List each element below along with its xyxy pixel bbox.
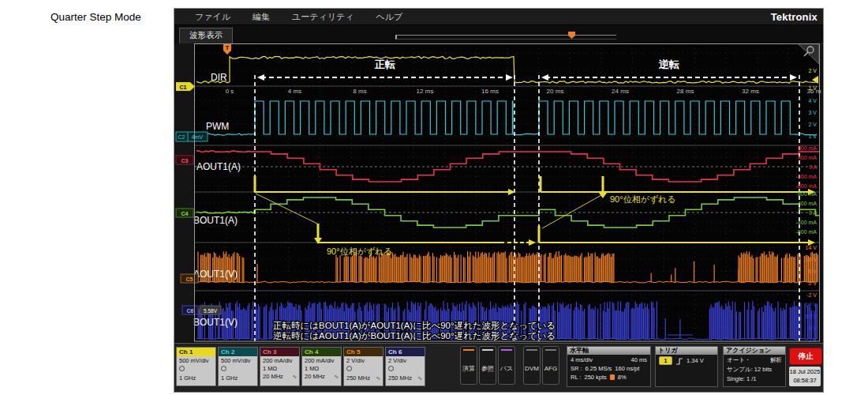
- svg-text:16 ms: 16 ms: [481, 88, 499, 95]
- trigger-level: 1.34 V: [687, 357, 704, 364]
- svg-text:8 ms: 8 ms: [353, 88, 366, 95]
- waveform-display[interactable]: 0 s4 ms8 ms12 ms16 ms20 ms24 ms28 ms32 m…: [174, 43, 821, 342]
- svg-text:DIR: DIR: [211, 72, 227, 83]
- svg-text:5.58V: 5.58V: [204, 308, 218, 314]
- svg-text:14 V: 14 V: [806, 245, 817, 250]
- stop-button[interactable]: 停止: [789, 348, 822, 365]
- ch2-scale: 500 mV/div: [221, 357, 255, 365]
- channel-badge-ch4[interactable]: Ch 4 200 mA/div 1 MΩ 20 MHz∿: [301, 347, 342, 386]
- svg-text:4 ms: 4 ms: [288, 88, 301, 95]
- acq-mode: オート・: [727, 356, 750, 364]
- svg-text:6 V: 6 V: [808, 269, 817, 274]
- svg-text:C2: C2: [178, 134, 185, 140]
- note-text: 正転時にはBOUT1(A)がAOUT1(A)に比べ90°遅れた波形となっている逆…: [273, 321, 556, 340]
- ch3-bandwidth: 20 MHz: [263, 373, 283, 381]
- svg-text:14 V: 14 V: [806, 302, 817, 307]
- svg-text:-800 mA: -800 mA: [796, 183, 817, 189]
- tab-waveform-view[interactable]: 波形表示: [179, 28, 233, 43]
- channel-badge-ch3[interactable]: Ch 3 200 mA/div 1 MΩ 20 MHz∿: [260, 347, 300, 386]
- ch5-scale: 2 V/div: [346, 357, 380, 365]
- menu-help[interactable]: ヘルプ: [376, 11, 403, 23]
- horizontal-panel[interactable]: 水平軸 4 ms/div40 ms SR :6.25 MS/s160 ns/pt…: [567, 346, 651, 387]
- svg-text:-400 mA: -400 mA: [796, 220, 817, 225]
- svg-text:正転時にはBOUT1(A)がAOUT1(A)に比べ90°遅れ: 正転時にはBOUT1(A)がAOUT1(A)に比べ90°遅れた波形となっている: [273, 321, 556, 330]
- bandwidth-limit-icon: ∿: [334, 373, 339, 380]
- trigger-panel[interactable]: トリガ 1 1.34 V: [655, 346, 718, 387]
- svg-text:24 ms: 24 ms: [612, 88, 629, 95]
- memory-percent: 8%: [618, 374, 627, 381]
- ch1-scale: 500 mV/div: [179, 357, 213, 365]
- menu-file[interactable]: ファイル: [195, 11, 230, 23]
- channel-badge-ch2[interactable]: Ch 2 500 mV/div 1 GHz: [218, 347, 258, 386]
- acquisition-panel[interactable]: アクイジション オート・解析 サンプル: 12 bits Single: 1 /…: [723, 346, 786, 387]
- time: 08:58:37: [789, 377, 821, 386]
- svg-text:0 A: 0 A: [809, 210, 817, 216]
- ch2-bandwidth: 1 GHz: [221, 374, 255, 382]
- ch4-scale: 200 mA/div: [305, 357, 339, 365]
- svg-text:0 s: 0 s: [226, 88, 234, 95]
- oscilloscope-window: ファイル 編集 ユーティリティ ヘルプ Tektronix 波形表示 0 s4 …: [174, 8, 824, 393]
- ch1-bandwidth: 1 GHz: [179, 374, 213, 382]
- svg-text:12 ms: 12 ms: [417, 88, 434, 95]
- svg-text:1 V: 1 V: [808, 85, 817, 91]
- ch6-bandwidth: 250 MHz: [388, 374, 412, 382]
- svg-text:2 V: 2 V: [808, 122, 817, 127]
- svg-text:逆転時にはAOUT1(A)がBOUT1(A)に比べ90°遅れ: 逆転時にはAOUT1(A)がBOUT1(A)に比べ90°遅れた波形となっている: [273, 331, 556, 340]
- svg-text:BOUT1(A): BOUT1(A): [193, 215, 238, 226]
- svg-text:4 V: 4 V: [808, 98, 817, 103]
- pan-zoom-track[interactable]: [395, 35, 616, 40]
- svg-text:2 V: 2 V: [808, 68, 817, 73]
- svg-text:800 mA: 800 mA: [798, 191, 817, 197]
- svg-text:400 mA: 400 mA: [798, 155, 817, 160]
- bandwidth-limit-icon: ∿: [292, 373, 297, 380]
- svg-text:C6: C6: [187, 308, 194, 314]
- reference-button[interactable]: 参照: [479, 346, 496, 385]
- svg-text:AOUT1(V): AOUT1(V): [193, 269, 238, 280]
- page-title: Quarter Step Mode: [51, 11, 141, 23]
- bus-button[interactable]: バス: [498, 346, 515, 385]
- probe-icon: [346, 366, 352, 371]
- svg-text:10 V: 10 V: [806, 314, 817, 319]
- memory-gauge-icon: [610, 374, 615, 380]
- svg-text:C4: C4: [181, 211, 189, 216]
- horizontal-scale: 4 ms/div: [571, 356, 593, 363]
- svg-text:3 V: 3 V: [808, 110, 817, 115]
- control-bar: Ch 1 500 mV/div 1 GHz Ch 2 500 mV/div 1 …: [174, 343, 823, 392]
- svg-text:逆転: 逆転: [658, 58, 679, 70]
- channel-badge-ch6[interactable]: Ch 6 2 V/div 250 MHz∿: [385, 347, 425, 386]
- probe-icon: [179, 366, 185, 371]
- sample-rate: 6.25 MS/s: [586, 365, 612, 372]
- menu-utility[interactable]: ユーティリティ: [292, 11, 354, 23]
- menu-bar: ファイル 編集 ユーティリティ ヘルプ Tektronix: [174, 9, 823, 25]
- ch4-bandwidth: 20 MHz: [305, 373, 325, 381]
- svg-text:C3: C3: [181, 158, 189, 164]
- tab-bar: 波形表示: [174, 25, 823, 44]
- ch3-impedance: 1 MΩ: [263, 365, 297, 373]
- bandwidth-limit-icon: ∿: [417, 374, 422, 382]
- ch6-scale: 2 V/div: [388, 357, 422, 365]
- ch5-bandwidth: 250 MHz: [346, 374, 370, 382]
- acq-sample: サンプル: 12 bits: [727, 366, 772, 374]
- probe-icon: [221, 366, 226, 371]
- svg-text:C1: C1: [180, 85, 187, 90]
- svg-text:-400 mA: -400 mA: [796, 174, 817, 179]
- svg-text:BOUT1(V): BOUT1(V): [193, 317, 238, 328]
- math-button[interactable]: 演算: [460, 346, 477, 385]
- svg-text:32 ms: 32 ms: [742, 88, 759, 95]
- horizontal-title: 水平軸: [567, 347, 650, 355]
- menu-edit[interactable]: 編集: [253, 11, 270, 23]
- ch3-scale: 200 mA/div: [263, 357, 297, 365]
- dvm-button[interactable]: DVM: [523, 346, 541, 385]
- svg-text:800 mA: 800 mA: [798, 145, 817, 151]
- ch4-impedance: 1 MΩ: [305, 365, 339, 373]
- bandwidth-limit-icon: ∿: [376, 374, 380, 382]
- svg-text:10 V: 10 V: [806, 257, 817, 262]
- afg-button[interactable]: AFG: [542, 346, 559, 385]
- tektronix-logo: Tektronix: [771, 11, 817, 23]
- acq-single: Single: 1 /1: [727, 375, 757, 382]
- horizontal-window: 40 ms: [631, 356, 647, 363]
- svg-text:400 mA: 400 mA: [798, 201, 817, 206]
- channel-badge-ch1[interactable]: Ch 1 500 mV/div 1 GHz: [176, 347, 216, 386]
- svg-text:4mV: 4mV: [192, 134, 204, 140]
- channel-badge-ch5[interactable]: Ch 5 2 V/div 250 MHz∿: [343, 347, 383, 386]
